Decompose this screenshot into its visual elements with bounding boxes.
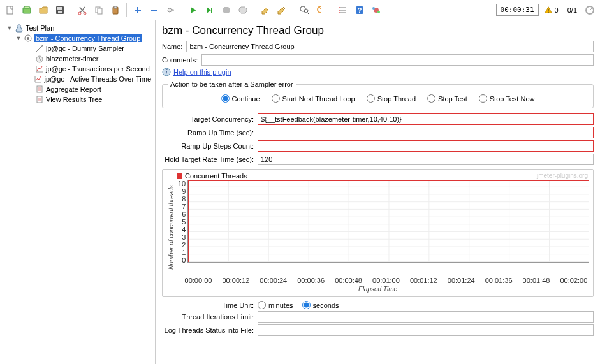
chart-icon (35, 64, 44, 73)
legend-swatch (177, 173, 182, 179)
tree-node-timer[interactable]: blazemeter-timer (1, 54, 154, 64)
function-helper-icon[interactable] (335, 3, 351, 18)
y-axis-ticks: 109876543210 (176, 180, 187, 263)
radio-continue[interactable]: Continue (221, 94, 260, 103)
radio-stop-test[interactable]: Stop Test (427, 94, 467, 103)
comments-label: Comments: (162, 56, 198, 64)
clear-icon[interactable] (258, 3, 273, 18)
main-toolbar: ? 00:00:31 ! 0 0/1 (0, 0, 600, 20)
cut-icon[interactable] (75, 3, 90, 18)
start-no-timers-icon[interactable] (202, 3, 217, 18)
plugins-icon[interactable] (369, 3, 384, 18)
tree-node-listener-threads[interactable]: jp@gc - Active Threads Over Time (1, 74, 154, 84)
name-label: Name: (162, 43, 182, 50)
log-file-input[interactable] (258, 324, 594, 336)
svg-rect-9 (98, 8, 102, 14)
paste-icon[interactable] (108, 3, 123, 18)
sampler-error-legend: Action to be taken after a Sampler error (168, 80, 296, 88)
tree-node-aggregate[interactable]: Aggregate Report (1, 84, 154, 94)
reset-search-icon[interactable] (313, 3, 328, 18)
sampler-icon (35, 44, 44, 53)
ramp-up-steps-label: Ramp-Up Steps Count: (162, 142, 254, 150)
tree-node-sampler[interactable]: jp@gc - Dummy Sampler (1, 43, 154, 54)
report-icon (35, 85, 44, 94)
help-plugin-link[interactable]: Help on this plugin (173, 68, 231, 76)
start-icon[interactable] (186, 3, 201, 18)
svg-point-27 (27, 37, 29, 40)
radio-minutes[interactable]: minutes (258, 301, 293, 309)
svg-point-16 (339, 7, 340, 8)
target-concurrency-input[interactable] (258, 113, 594, 125)
expand-icon[interactable] (130, 3, 145, 18)
svg-point-22 (372, 7, 375, 10)
sampler-error-action-group: Action to be taken after a Sampler error… (162, 80, 594, 108)
elapsed-time: 00:00:31 (496, 4, 539, 16)
ramp-up-time-input[interactable] (258, 127, 594, 138)
ramp-up-steps-input[interactable] (258, 140, 594, 152)
hold-time-label: Hold Target Rate Time (sec): (162, 156, 254, 163)
shutdown-icon[interactable] (235, 3, 251, 18)
tree-node-test-plan[interactable]: ▼ Test Plan (1, 23, 154, 33)
tree-node-thread-group[interactable]: ▼ bzm - Concurrency Thread Group (1, 33, 154, 43)
timer-icon (35, 54, 44, 63)
svg-point-18 (339, 12, 340, 13)
warning-count[interactable]: ! 0 (544, 6, 559, 15)
svg-rect-4 (57, 7, 62, 10)
y-axis-label: Number of concurrent threads (166, 180, 176, 275)
chart-watermark: jmeter-plugins.org (537, 172, 588, 179)
svg-point-17 (339, 10, 340, 11)
collapse-icon[interactable] (147, 3, 162, 18)
radio-stop-thread[interactable]: Stop Thread (367, 94, 416, 103)
report-icon (35, 95, 44, 104)
hold-time-input[interactable] (258, 154, 594, 165)
test-plan-tree[interactable]: ▼ Test Plan ▼ bzm - Concurrency Thread G… (0, 20, 156, 364)
thread-count: 0/1 (567, 6, 577, 14)
thread-group-icon (24, 34, 33, 43)
svg-rect-11 (114, 6, 117, 8)
svg-point-23 (377, 11, 380, 13)
disclosure-triangle-icon[interactable]: ▼ (15, 35, 22, 41)
chart-icon (34, 75, 43, 84)
info-icon: i (162, 68, 171, 76)
iterations-limit-label: Thread Iterations Limit: (162, 313, 254, 321)
save-icon[interactable] (52, 3, 68, 18)
tree-node-results-tree[interactable]: View Results Tree (1, 94, 154, 105)
panel-title: bzm - Concurrency Thread Group (162, 24, 594, 37)
svg-rect-2 (24, 6, 29, 8)
search-icon[interactable] (296, 3, 312, 18)
iterations-limit-input[interactable] (258, 311, 594, 323)
flask-icon (15, 24, 24, 33)
help-icon[interactable]: ? (352, 3, 367, 18)
radio-next-loop[interactable]: Start Next Thread Loop (272, 94, 355, 103)
log-file-label: Log Threads Status into File: (162, 326, 254, 334)
new-file-icon[interactable] (3, 3, 18, 18)
open-folder-icon[interactable] (36, 3, 51, 18)
properties-panel: bzm - Concurrency Thread Group Name: Com… (156, 20, 600, 364)
x-axis-label: Elapsed Time (166, 286, 589, 293)
tree-node-listener-tps[interactable]: jp@gc - Transactions per Second (1, 64, 154, 74)
toggle-icon[interactable] (163, 3, 179, 18)
x-axis-ticks: 00:00:0000:00:1200:00:2400:00:3600:00:48… (183, 277, 589, 284)
templates-icon[interactable] (19, 3, 34, 18)
preview-chart: jmeter-plugins.org Concurrent Threads Nu… (162, 169, 594, 297)
threads-indicator-icon (582, 3, 597, 18)
disclosure-triangle-icon[interactable]: ▼ (6, 25, 13, 31)
plot-area (187, 180, 589, 263)
stop-icon[interactable] (219, 3, 234, 18)
ramp-up-time-label: Ramp Up Time (sec): (162, 129, 254, 136)
name-input[interactable] (186, 41, 594, 52)
svg-point-13 (168, 8, 172, 12)
comments-input[interactable] (201, 54, 594, 66)
svg-point-14 (300, 6, 305, 11)
copy-icon[interactable] (91, 3, 106, 18)
clear-all-icon[interactable] (274, 3, 289, 18)
svg-rect-5 (58, 11, 62, 13)
target-concurrency-label: Target Concurrency: (162, 115, 254, 123)
legend-label: Concurrent Threads (185, 172, 247, 180)
radio-stop-now[interactable]: Stop Test Now (479, 94, 535, 103)
radio-seconds[interactable]: seconds (302, 301, 339, 309)
svg-text:!: ! (547, 6, 549, 13)
time-unit-label: Time Unit: (162, 302, 254, 309)
svg-text:?: ? (358, 6, 362, 14)
svg-rect-0 (7, 6, 13, 14)
